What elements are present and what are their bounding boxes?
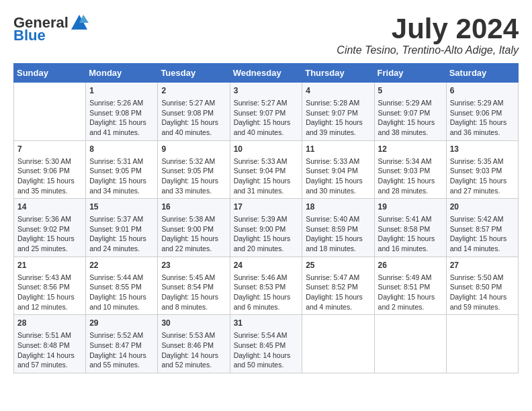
day-info: Sunset: 8:46 PM [161, 340, 226, 351]
day-info: and 4 minutes. [306, 302, 370, 312]
day-info: Sunrise: 5:41 AM [378, 214, 443, 224]
day-info: and 22 minutes. [161, 244, 226, 254]
day-number: 5 [378, 85, 443, 97]
day-info: and 39 minutes. [306, 128, 370, 138]
day-info: Sunset: 9:07 PM [234, 108, 299, 118]
day-info: Sunset: 9:00 PM [161, 224, 226, 234]
day-info: and 12 minutes. [17, 302, 82, 312]
day-info: and 38 minutes. [378, 128, 443, 138]
day-info: Daylight: 15 hours [89, 234, 154, 244]
day-info: Sunrise: 5:43 AM [17, 273, 82, 283]
day-info: Sunset: 9:06 PM [450, 108, 515, 118]
day-number: 2 [161, 85, 226, 97]
day-info: Daylight: 15 hours [378, 176, 443, 186]
day-info: Sunset: 9:07 PM [306, 108, 370, 118]
day-number: 14 [17, 201, 82, 213]
day-info: Sunset: 8:55 PM [89, 282, 154, 292]
day-info: Sunset: 9:08 PM [89, 108, 154, 118]
day-number: 18 [306, 201, 370, 213]
day-number: 10 [234, 144, 299, 155]
day-info: Daylight: 15 hours [89, 118, 154, 128]
day-info: Sunset: 9:05 PM [161, 166, 226, 176]
day-info: Sunset: 8:47 PM [89, 340, 154, 351]
day-info: Daylight: 15 hours [306, 118, 370, 128]
day-info: Daylight: 15 hours [161, 176, 226, 186]
logo-blue-text: Blue [13, 27, 46, 44]
day-info: Sunset: 9:08 PM [161, 108, 226, 118]
day-number: 6 [450, 85, 515, 97]
day-info: and 33 minutes. [161, 186, 226, 196]
day-info: Daylight: 15 hours [161, 292, 226, 302]
day-number: 16 [161, 201, 226, 213]
day-info: Sunrise: 5:40 AM [306, 214, 370, 224]
day-info: Sunrise: 5:30 AM [17, 156, 82, 167]
day-number: 17 [234, 201, 299, 213]
day-info: Sunrise: 5:27 AM [234, 98, 299, 108]
day-info: Sunset: 8:48 PM [17, 340, 82, 351]
day-info: Daylight: 14 hours [450, 292, 515, 302]
day-number: 23 [161, 260, 226, 271]
calendar-cell: 30Sunrise: 5:53 AMSunset: 8:46 PMDayligh… [158, 315, 230, 373]
day-info: Sunrise: 5:35 AM [450, 156, 515, 167]
day-info: Sunrise: 5:54 AM [234, 330, 299, 340]
day-info: and 50 minutes. [234, 360, 299, 370]
day-info: Sunrise: 5:27 AM [161, 98, 226, 108]
day-info: Daylight: 15 hours [378, 118, 443, 128]
day-info: and 27 minutes. [450, 186, 515, 196]
day-info: Sunrise: 5:29 AM [378, 98, 443, 108]
day-info: and 31 minutes. [234, 186, 299, 196]
calendar-cell: 12Sunrise: 5:34 AMSunset: 9:03 PMDayligh… [374, 140, 446, 199]
day-header-wednesday: Wednesday [230, 64, 302, 83]
day-number: 1 [89, 85, 154, 97]
calendar-header-row: SundayMondayTuesdayWednesdayThursdayFrid… [14, 64, 519, 83]
day-info: and 24 minutes. [89, 244, 154, 254]
day-header-friday: Friday [374, 64, 446, 83]
calendar-cell: 2Sunrise: 5:27 AMSunset: 9:08 PMDaylight… [158, 83, 230, 141]
day-info: Daylight: 15 hours [89, 292, 154, 302]
day-info: and 59 minutes. [450, 302, 515, 312]
day-info: Daylight: 15 hours [450, 234, 515, 244]
day-info: and 52 minutes. [161, 360, 226, 370]
calendar-cell: 15Sunrise: 5:37 AMSunset: 9:01 PMDayligh… [86, 199, 158, 257]
logo-icon [70, 13, 89, 32]
day-number: 30 [161, 318, 226, 329]
day-info: and 10 minutes. [89, 302, 154, 312]
day-info: Daylight: 15 hours [234, 234, 299, 244]
day-info: Sunrise: 5:50 AM [450, 273, 515, 283]
day-info: and 36 minutes. [450, 128, 515, 138]
day-number: 20 [450, 201, 515, 213]
day-info: Sunrise: 5:39 AM [234, 214, 299, 224]
day-info: and 8 minutes. [161, 302, 226, 312]
calendar-cell [14, 83, 86, 141]
day-info: Daylight: 15 hours [450, 118, 515, 128]
day-info: Sunset: 9:05 PM [89, 166, 154, 176]
day-header-monday: Monday [86, 64, 158, 83]
day-info: and 40 minutes. [234, 128, 299, 138]
day-info: Sunrise: 5:31 AM [89, 156, 154, 167]
calendar-cell: 7Sunrise: 5:30 AMSunset: 9:06 PMDaylight… [14, 140, 86, 199]
calendar-cell [302, 315, 374, 373]
day-info: Daylight: 14 hours [161, 351, 226, 361]
day-info: Sunset: 9:03 PM [450, 166, 515, 176]
day-info: and 6 minutes. [234, 302, 299, 312]
day-info: Daylight: 14 hours [89, 351, 154, 361]
logo: General Blue [13, 13, 89, 44]
day-info: Sunrise: 5:34 AM [378, 156, 443, 167]
day-info: Sunrise: 5:47 AM [306, 273, 370, 283]
day-header-sunday: Sunday [14, 64, 86, 83]
day-info: Sunset: 9:07 PM [378, 108, 443, 118]
calendar-cell: 5Sunrise: 5:29 AMSunset: 9:07 PMDaylight… [374, 83, 446, 141]
day-number: 13 [450, 144, 515, 155]
day-number: 4 [306, 85, 370, 97]
day-info: and 55 minutes. [89, 360, 154, 370]
day-header-tuesday: Tuesday [158, 64, 230, 83]
day-number: 3 [234, 85, 299, 97]
day-info: Daylight: 15 hours [89, 176, 154, 186]
calendar-week-2: 7Sunrise: 5:30 AMSunset: 9:06 PMDaylight… [14, 140, 519, 199]
calendar-cell: 14Sunrise: 5:36 AMSunset: 9:02 PMDayligh… [14, 199, 86, 257]
day-info: and 40 minutes. [161, 128, 226, 138]
calendar-cell: 19Sunrise: 5:41 AMSunset: 8:58 PMDayligh… [374, 199, 446, 257]
day-info: Sunrise: 5:51 AM [17, 330, 82, 340]
day-info: Daylight: 15 hours [161, 118, 226, 128]
day-info: Sunset: 9:04 PM [234, 166, 299, 176]
